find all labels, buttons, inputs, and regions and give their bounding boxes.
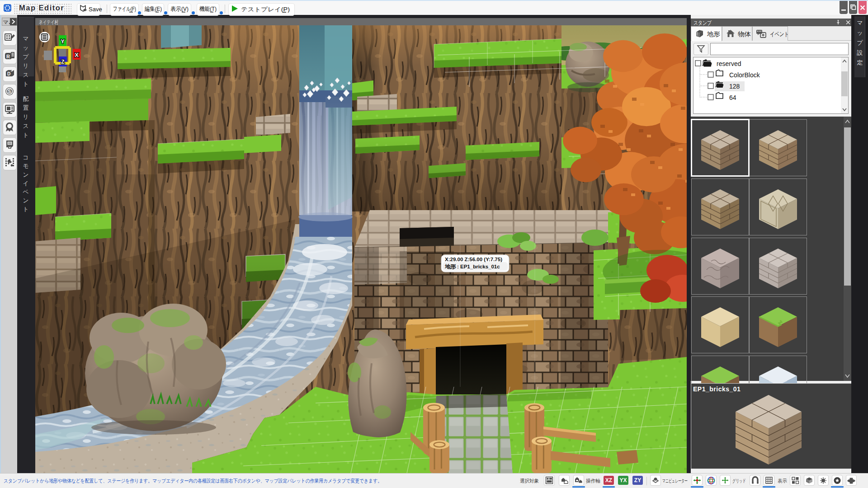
svg-text:地形: 地形	[707, 31, 721, 38]
svg-text:置: 置	[23, 104, 29, 111]
svg-text:選択対象: 選択対象	[520, 478, 539, 483]
svg-text:ト: ト	[23, 131, 29, 138]
svg-text:マ: マ	[3, 19, 9, 25]
svg-text:地形: 地形	[444, 264, 457, 270]
svg-text:ト: ト	[23, 80, 29, 87]
svg-text:リ: リ	[23, 62, 29, 69]
svg-text:定: 定	[857, 59, 863, 66]
svg-text:D: D	[7, 71, 10, 76]
svg-text:マニピュレーター: マニピュレーター	[662, 478, 688, 483]
svg-text:配: 配	[23, 95, 29, 102]
svg-text:リ: リ	[23, 113, 29, 120]
svg-text:ネイテイ村: ネイテイ村	[39, 19, 58, 25]
svg-text:ッ: ッ	[23, 44, 29, 51]
svg-text:モ: モ	[23, 163, 29, 169]
svg-text:機能(T): 機能(T)	[199, 5, 217, 12]
svg-text:テストプレイ(P): テストプレイ(P)	[241, 6, 290, 13]
svg-text:128: 128	[729, 83, 740, 90]
svg-text:X:29.00 Z:56.00 (Y:7.75): X:29.00 Z:56.00 (Y:7.75)	[445, 257, 502, 262]
svg-text:スタンプパレットから地形や物体などを配置して、ステージを作り: スタンプパレットから地形や物体などを配置して、ステージを作ります。マップエディタ…	[4, 478, 382, 484]
svg-text:スタンプ: スタンプ	[693, 20, 712, 26]
svg-text:S: S	[8, 89, 11, 94]
svg-text:ン: ン	[23, 197, 29, 204]
svg-text:ス: ス	[23, 122, 29, 129]
svg-text:編集(E): 編集(E)	[144, 5, 162, 12]
svg-text:マ: マ	[857, 19, 863, 26]
svg-text:ファイル(F): ファイル(F)	[113, 5, 136, 12]
svg-text:Save: Save	[89, 6, 102, 13]
svg-text:表示: 表示	[778, 478, 787, 483]
svg-text:設: 設	[857, 49, 863, 56]
svg-text:操作軸: 操作軸	[586, 478, 600, 483]
svg-text:プ: プ	[23, 53, 29, 60]
svg-text:Y: Y	[61, 38, 65, 45]
svg-text:コ: コ	[23, 154, 29, 161]
svg-text:ト: ト	[23, 206, 29, 212]
svg-text:reserved: reserved	[717, 60, 741, 67]
svg-text:グリッド: グリッド	[732, 478, 746, 483]
svg-text:ッ: ッ	[857, 29, 863, 36]
svg-text:ColorBlock: ColorBlock	[729, 71, 760, 79]
svg-text:表示(V): 表示(V)	[170, 5, 189, 12]
svg-text:マ: マ	[23, 35, 29, 42]
svg-text:X: X	[75, 52, 79, 58]
svg-text:: EP1_bricks_01c: : EP1_bricks_01c	[457, 264, 500, 269]
svg-text:イ: イ	[23, 180, 29, 187]
svg-text:Z: Z	[61, 58, 65, 65]
svg-text:プ: プ	[857, 39, 863, 46]
svg-text:64: 64	[729, 94, 736, 101]
svg-text:ン: ン	[23, 171, 29, 178]
svg-text:イベント: イベント	[770, 31, 789, 38]
svg-text:ス: ス	[23, 71, 29, 78]
svg-text:R: R	[6, 54, 10, 59]
svg-text:ベ: ベ	[23, 188, 29, 195]
svg-text:物体: 物体	[738, 31, 751, 38]
